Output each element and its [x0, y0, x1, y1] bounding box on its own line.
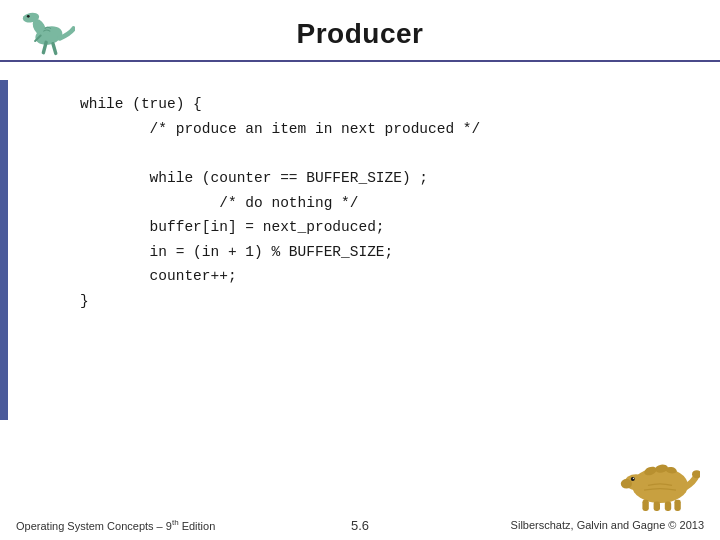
- slide-header: Producer: [0, 0, 720, 62]
- code-block: while (true) { /* produce an item in nex…: [80, 92, 660, 314]
- svg-line-6: [53, 44, 56, 54]
- page-title: Producer: [297, 18, 424, 50]
- svg-rect-18: [654, 501, 660, 511]
- svg-rect-19: [665, 501, 671, 511]
- left-accent-bar: [0, 80, 8, 420]
- svg-rect-20: [674, 500, 680, 511]
- svg-point-15: [633, 478, 634, 479]
- footer-edition: Operating System Concepts – 9th Edition: [16, 518, 215, 532]
- slide-footer: Operating System Concepts – 9th Edition …: [0, 512, 720, 540]
- footer-page-number: 5.6: [351, 518, 369, 533]
- svg-point-13: [621, 479, 632, 489]
- svg-rect-17: [642, 500, 648, 511]
- svg-point-4: [27, 15, 30, 18]
- svg-point-14: [631, 477, 635, 481]
- main-content: while (true) { /* produce an item in nex…: [0, 62, 720, 334]
- footer-copyright: Silberschatz, Galvin and Gagne © 2013: [511, 519, 704, 531]
- triceratops-icon: [620, 447, 700, 512]
- raptor-icon: [20, 8, 75, 58]
